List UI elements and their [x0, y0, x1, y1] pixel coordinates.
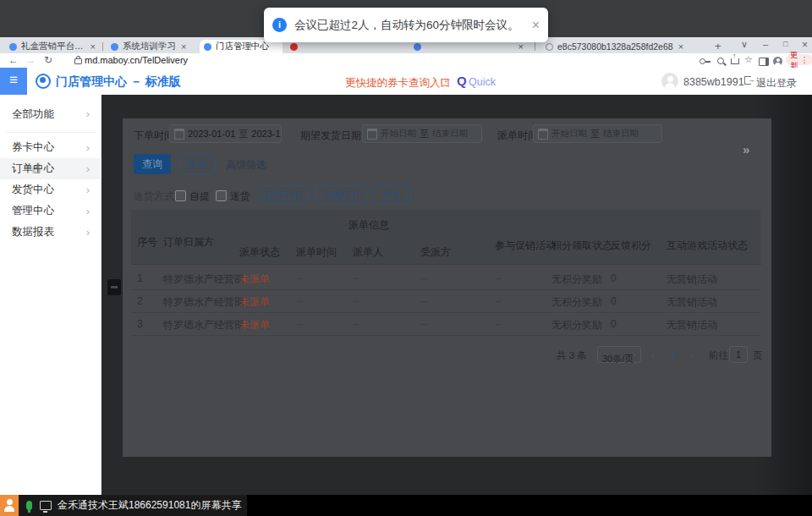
tab-close-icon[interactable]: ×: [678, 41, 683, 52]
chevron-down-icon: ∨: [631, 347, 637, 362]
password-key-icon[interactable]: [700, 58, 705, 64]
pointer-hand-icon: ☞: [440, 74, 451, 88]
sidebar-item-label: 发货中心: [12, 184, 54, 195]
dispatch-time-range-input[interactable]: 开始日期 至 结束日期: [533, 124, 662, 143]
end-date-placeholder: 结束日期: [603, 128, 639, 140]
cell-game: 无营销活动: [667, 272, 717, 287]
cell-status: 未派单: [239, 318, 270, 332]
tab-close-icon[interactable]: ×: [91, 41, 96, 52]
back-icon[interactable]: ←: [8, 54, 19, 67]
tab-title: 礼盒营销平台管理中心: [21, 41, 85, 52]
sidebar-item-all-functions[interactable]: 全部功能 ›: [0, 100, 102, 129]
col-assignee: 受派方: [420, 245, 451, 260]
collapsed-widget[interactable]: [107, 279, 121, 295]
sidebar-item-order-center[interactable]: 订单中心 ›: [0, 158, 102, 179]
tab-search-chevron-icon[interactable]: ∨: [741, 39, 748, 50]
tab-hash[interactable]: e8c573080b1328a258fd2e68 ×: [541, 40, 707, 53]
table-row[interactable]: 2 特罗德水产经营部 未派单 -- -- -- -- 无积分奖励 0 无营销活动: [131, 289, 761, 313]
window-maximize-button[interactable]: □: [783, 40, 787, 48]
sidebar-item-data-reports[interactable]: 数据报表 ›: [0, 222, 102, 243]
next-page-icon[interactable]: ›: [690, 349, 694, 360]
chevron-right-icon: ›: [86, 100, 90, 129]
tab-title: 门店管理中心: [216, 41, 269, 52]
logout-button[interactable]: 退出登录: [756, 76, 797, 91]
cell-time: --: [296, 295, 303, 307]
main-content-dimmed: 下单时间 2023-01-01 至 2023-11-21 期望发货日期动态 开始…: [102, 95, 812, 495]
cell-points: 无积分奖励: [551, 272, 602, 287]
bookmark-star-icon[interactable]: ☆: [744, 54, 753, 65]
sidebar-item-shipping-center[interactable]: 发货中心 ›: [0, 179, 102, 200]
browser-update-button[interactable]: 更新 ⋮: [786, 54, 812, 65]
refresh-icon[interactable]: ↻: [44, 54, 52, 67]
delivery-method-label: 送货方式: [134, 189, 174, 204]
order-time-range-input[interactable]: 2023-01-01 至 2023-11-21: [169, 124, 282, 143]
task-list-button[interactable]: 任务列表: [258, 185, 309, 204]
tab-close-icon[interactable]: ×: [518, 41, 524, 52]
browser-profile-icon[interactable]: [773, 57, 782, 66]
chevron-right-icon: ›: [86, 158, 90, 179]
classify-stats-button[interactable]: 归类统计: [315, 185, 366, 204]
screen-share-monitor-icon: [40, 501, 52, 510]
username[interactable]: 8385wb1991: [683, 76, 744, 88]
order-time-label: 下单时间: [134, 129, 174, 143]
forward-icon[interactable]: →: [25, 54, 36, 67]
sidebar-item-management-center[interactable]: 管理中心 ›: [0, 200, 102, 222]
table-row[interactable]: 3 特罗德水产经营部 未派单 -- -- -- -- 无积分奖励 0 无营销活动: [131, 312, 761, 336]
zoom-icon[interactable]: [717, 58, 724, 64]
col-promo: 参与促销活动: [495, 239, 556, 253]
cell-points: 无积分奖励: [551, 318, 602, 332]
coupon-query-link[interactable]: 更快捷的券卡查询入口: [345, 76, 451, 91]
current-page[interactable]: 1: [671, 349, 676, 360]
tab-separator: [535, 42, 535, 51]
back-button[interactable]: 返回: [178, 154, 216, 174]
page-size-value: 30条/页: [602, 351, 634, 366]
tab-close-icon[interactable]: ×: [181, 41, 186, 52]
sidebar-item-label: 全部功能: [12, 108, 54, 120]
quick-label[interactable]: Quick: [469, 76, 496, 88]
microphone-icon: [26, 501, 32, 510]
cell-assignee: --: [420, 272, 427, 284]
col-game: 互动游戏活动状态: [667, 239, 748, 253]
pickup-label: 自提: [189, 189, 210, 204]
hamburger-menu-button[interactable]: ≡: [0, 68, 27, 95]
expected-ship-range-input[interactable]: 开始日期 至 结束日期: [362, 124, 482, 143]
share-icon[interactable]: [731, 58, 739, 64]
tab-training[interactable]: 系统培训学习 ×: [107, 40, 196, 53]
new-tab-button[interactable]: +: [715, 40, 721, 52]
lock-icon[interactable]: [74, 58, 82, 64]
start-date-placeholder: 开始日期: [551, 128, 587, 140]
prev-page-icon[interactable]: ‹: [651, 349, 655, 360]
toast-message: 会议已超过2人，自动转为60分钟限时会议。: [294, 18, 519, 33]
window-close-button[interactable]: ×: [802, 39, 808, 51]
page-size-select[interactable]: 30条/页 ∨: [597, 346, 641, 363]
start-date-placeholder: 开始日期: [381, 128, 416, 140]
export-button[interactable]: 导出: [373, 185, 410, 204]
page-unit-label: 页: [753, 349, 763, 362]
user-avatar[interactable]: [661, 73, 678, 90]
table-row[interactable]: 1 特罗德水产经营部 未派单 -- -- -- -- 无积分奖励 0 无营销活动: [131, 266, 761, 290]
tab-favicon: [290, 43, 298, 51]
url-text[interactable]: md.maboy.cn/TelDelivery: [85, 55, 188, 65]
window-minimize-button[interactable]: –: [763, 39, 768, 49]
goto-page-input[interactable]: 1: [729, 346, 748, 363]
pickup-checkbox[interactable]: [175, 190, 186, 201]
sidebar-item-coupon-center[interactable]: 券卡中心 ›: [0, 137, 102, 158]
delivery-checkbox[interactable]: [216, 190, 227, 201]
query-button[interactable]: 查询: [134, 154, 171, 174]
sharer-avatar-icon: [0, 495, 19, 516]
tab-gift-platform[interactable]: 礼盒营销平台管理中心 ×: [5, 40, 100, 53]
group-header-dispatch-info: 派单信息: [348, 218, 389, 233]
expand-filters-icon[interactable]: »: [743, 142, 749, 156]
cell-promo: --: [495, 318, 502, 330]
col-feedback: 反馈积分: [611, 239, 651, 253]
toast-close-icon[interactable]: ×: [532, 19, 540, 32]
globe-icon: [546, 43, 553, 51]
quick-search-icon[interactable]: Q: [457, 74, 467, 88]
chevron-right-icon: ›: [86, 179, 90, 200]
order-dispatch-panel: 下单时间 2023-01-01 至 2023-11-21 期望发货日期动态 开始…: [123, 118, 771, 457]
table-header: 派单信息 序号 订单归属方 派单状态 派单时间 派单人 受派方 参与促销活动 积…: [131, 210, 761, 265]
advanced-filter-link[interactable]: 高级筛选: [226, 158, 266, 173]
side-panel-icon[interactable]: [759, 58, 769, 66]
col-status: 派单状态: [239, 245, 280, 260]
divider: [7, 132, 95, 133]
